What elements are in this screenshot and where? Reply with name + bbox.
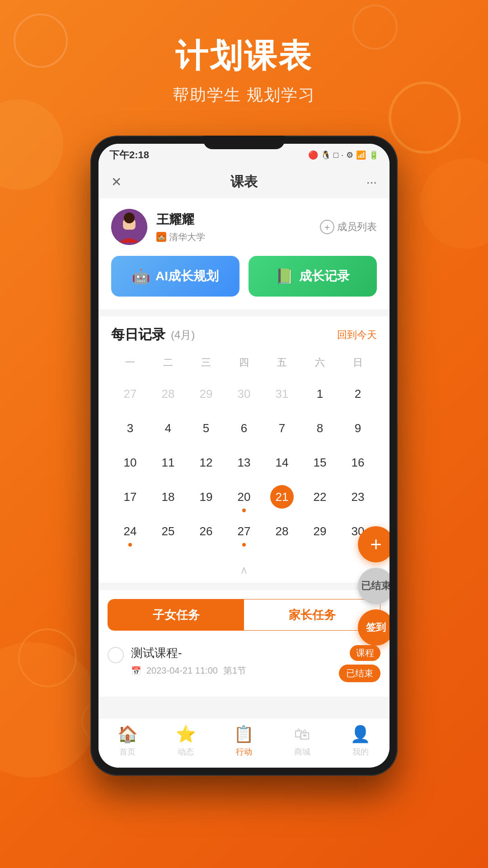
- cal-day[interactable]: 29: [187, 377, 225, 411]
- task-name: 测试课程-: [131, 645, 328, 661]
- avatar-image: [111, 209, 147, 245]
- task-right: 课程 已结束: [335, 645, 380, 682]
- user-school-row: 🏫 清华大学: [156, 231, 205, 243]
- status-bluetooth-icon: ⚙: [346, 150, 353, 160]
- user-section: 王耀耀 🏫 清华大学 ＋ 成员列表: [99, 198, 389, 256]
- task-list: 测试课程- 📅 2023-04-21 11:00 第1节 课程 已结束: [99, 631, 389, 697]
- weekday-fri: 五: [263, 353, 301, 372]
- status-notification-icon: 🔴: [308, 150, 318, 160]
- cal-day[interactable]: 3: [111, 411, 149, 445]
- collapse-calendar-button[interactable]: ∧: [99, 557, 389, 583]
- cal-day[interactable]: 1: [301, 377, 339, 411]
- cal-day[interactable]: 23: [339, 480, 377, 514]
- task-checkbox[interactable]: [108, 647, 124, 663]
- cal-day-27[interactable]: 27: [225, 514, 263, 548]
- svg-rect-2: [123, 222, 136, 230]
- cal-day[interactable]: 14: [263, 445, 301, 480]
- cal-day-24[interactable]: 24: [111, 514, 149, 548]
- ai-plan-button[interactable]: 🤖 AI成长规划: [111, 256, 239, 297]
- cal-day[interactable]: 29: [301, 514, 339, 548]
- bg-shape-1: [0, 642, 99, 778]
- cal-day[interactable]: 28: [149, 377, 187, 411]
- add-icon: +: [370, 533, 382, 556]
- add-fab-button[interactable]: +: [358, 526, 389, 562]
- more-button[interactable]: ···: [366, 175, 377, 189]
- page-subtitle: 帮助学生 规划学习: [0, 84, 488, 106]
- cal-day[interactable]: 22: [301, 480, 339, 514]
- member-list-label: 成员列表: [337, 220, 377, 234]
- cal-day[interactable]: 4: [149, 411, 187, 445]
- task-tabs: 子女任务 家长任务: [108, 599, 380, 631]
- nav-action-label: 行动: [236, 746, 252, 757]
- nav-action[interactable]: 📋 行动: [215, 725, 273, 757]
- status-time: 下午2:18: [109, 148, 149, 162]
- nav-activity[interactable]: ⭐ 动态: [157, 725, 215, 757]
- weekday-sun: 日: [339, 353, 377, 372]
- task-item: 测试课程- 📅 2023-04-21 11:00 第1节 课程 已结束: [108, 638, 380, 689]
- cal-day[interactable]: 7: [263, 411, 301, 445]
- weekday-wed: 三: [187, 353, 225, 372]
- growth-record-label: 成长记录: [299, 268, 350, 285]
- task-section: 子女任务 家长任务 测试课程- 📅 2023-04-21: [99, 590, 389, 697]
- chevron-up-icon: ∧: [240, 564, 248, 576]
- cal-day[interactable]: 26: [187, 514, 225, 548]
- checkin-fab-button[interactable]: 签到: [358, 609, 389, 646]
- cal-day[interactable]: 11: [149, 445, 187, 480]
- cal-day[interactable]: 31: [263, 377, 301, 411]
- user-left: 王耀耀 🏫 清华大学: [111, 209, 205, 245]
- cal-day[interactable]: 19: [187, 480, 225, 514]
- star-icon: ⭐: [176, 725, 196, 744]
- nav-profile[interactable]: 👤 我的: [331, 725, 389, 757]
- calendar-header: 每日记录 (4月) 回到今天: [111, 326, 377, 344]
- checkin-label: 签到: [366, 621, 386, 634]
- page-header: 计划课表 帮助学生 规划学习: [0, 0, 488, 124]
- cal-day[interactable]: 28: [263, 514, 301, 548]
- nav-home[interactable]: 🏠 首页: [99, 725, 157, 757]
- ended-fab-button[interactable]: 已结束: [358, 568, 389, 604]
- calendar-weekdays: 一 二 三 四 五 六 日: [111, 353, 377, 372]
- user-info: 王耀耀 🏫 清华大学: [156, 211, 205, 243]
- bottom-nav: 🏠 首页 ⭐ 动态 📋 行动 🛍 商城 👤 我的: [99, 718, 389, 768]
- cal-day[interactable]: 10: [111, 445, 149, 480]
- cal-day[interactable]: 18: [149, 480, 187, 514]
- task-status[interactable]: 已结束: [339, 665, 380, 682]
- cal-day[interactable]: 16: [339, 445, 377, 480]
- cal-day[interactable]: 17: [111, 480, 149, 514]
- tab-child-tasks[interactable]: 子女任务: [108, 599, 244, 630]
- section-divider-1: [99, 309, 389, 313]
- cal-day[interactable]: 30: [225, 377, 263, 411]
- cal-day[interactable]: 2: [339, 377, 377, 411]
- cal-day[interactable]: 9: [339, 411, 377, 445]
- member-list-button[interactable]: ＋ 成员列表: [320, 220, 377, 234]
- profile-icon: 👤: [350, 725, 371, 744]
- app-header-title: 课表: [230, 173, 258, 191]
- cal-day[interactable]: 13: [225, 445, 263, 480]
- nav-activity-label: 动态: [178, 746, 194, 757]
- back-today-button[interactable]: 回到今天: [337, 328, 377, 342]
- status-dot: ·: [341, 151, 343, 160]
- nav-shop[interactable]: 🛍 商城: [273, 725, 331, 757]
- task-content: 测试课程- 📅 2023-04-21 11:00 第1节: [131, 645, 328, 677]
- cal-day-today[interactable]: 21: [263, 480, 301, 514]
- close-button[interactable]: ✕: [111, 175, 122, 189]
- status-wifi-icon: 📶: [356, 150, 366, 160]
- cal-day[interactable]: 15: [301, 445, 339, 480]
- phone-mockup: 下午2:18 🔴 🐧 □ · ⚙ 📶 🔋 ✕ 课表 ···: [90, 136, 398, 776]
- bg-shape-2: [420, 158, 488, 249]
- user-name: 王耀耀: [156, 211, 205, 228]
- phone-frame: 下午2:18 🔴 🐧 □ · ⚙ 📶 🔋 ✕ 课表 ···: [90, 136, 398, 776]
- nav-home-label: 首页: [119, 746, 136, 757]
- action-icon: 📋: [234, 725, 254, 744]
- status-icons: 🔴 🐧 □ · ⚙ 📶 🔋: [308, 150, 379, 160]
- cal-day[interactable]: 27: [111, 377, 149, 411]
- cal-day[interactable]: 8: [301, 411, 339, 445]
- cal-day[interactable]: 12: [187, 445, 225, 480]
- tab-parent-label: 家长任务: [289, 607, 336, 623]
- cal-day-20[interactable]: 20: [225, 480, 263, 514]
- weekday-thu: 四: [225, 353, 263, 372]
- cal-day[interactable]: 6: [225, 411, 263, 445]
- cal-day[interactable]: 25: [149, 514, 187, 548]
- cal-day[interactable]: 5: [187, 411, 225, 445]
- growth-record-button[interactable]: 📗 成长记录: [249, 256, 377, 297]
- ended-label: 已结束: [361, 579, 389, 593]
